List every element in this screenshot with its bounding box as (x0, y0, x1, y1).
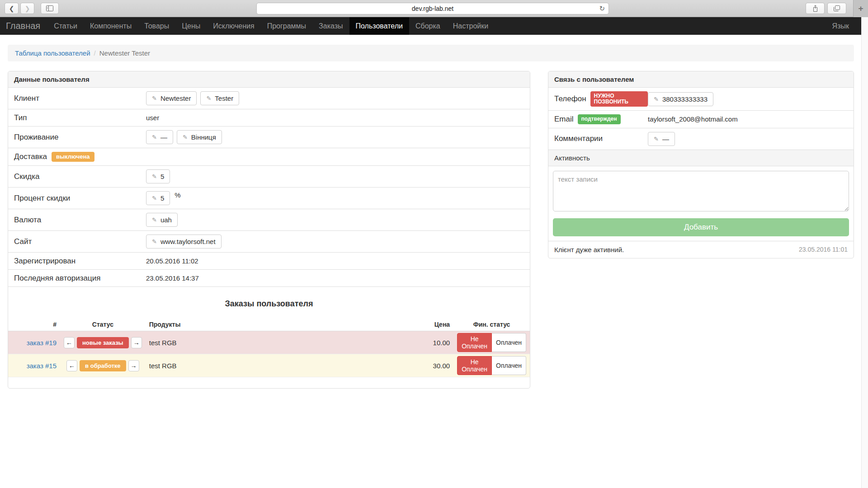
orders-header-products: Продукты (146, 318, 410, 331)
email-confirmed-badge: подтвержден (578, 114, 621, 124)
site-label: Сайт (14, 237, 146, 246)
contact-row-email: Email подтвержден taylorsoft_2008@hotmai… (548, 111, 854, 128)
orders-header-fin-status: Фин. статус (453, 318, 530, 331)
edit-comments-button[interactable]: ✎— (648, 132, 675, 146)
scrollbar[interactable] (861, 17, 868, 488)
order-row-19: заказ #19 ← новые заказы → test RGB 10.0… (8, 331, 530, 354)
activity-section-title: Активность (548, 150, 854, 166)
arrow-left-icon: ← (66, 339, 72, 346)
edit-first-name-button[interactable]: ✎Newtester (146, 91, 197, 105)
pencil-icon: ✎ (152, 173, 157, 180)
edit-discount-button[interactable]: ✎5 (146, 169, 170, 183)
order-15-unpaid-button[interactable]: Не Оплачен (457, 356, 492, 375)
back-icon: ❮ (9, 5, 14, 12)
site-value: www.taylorsoft.net (160, 238, 216, 245)
order-15-status-next-button[interactable]: → (128, 360, 139, 371)
field-row-currency: Валюта ✎uah (8, 209, 530, 231)
share-icon (812, 5, 818, 12)
phone-label: Телефон (554, 94, 586, 103)
nav-brand-home[interactable]: Главная (0, 17, 47, 35)
discount-label: Скидка (14, 172, 146, 181)
order-15-link[interactable]: заказ #15 (27, 362, 57, 370)
residence-label: Проживание (14, 133, 146, 142)
order-15-status-prev-button[interactable]: ← (66, 360, 77, 371)
browser-window: ❮ ❯ dev.rgb-lab.net ↻ + Главная Статьи К… (0, 0, 868, 488)
order-15-paid-button[interactable]: Оплачен (492, 356, 526, 375)
edit-site-button[interactable]: ✎www.taylorsoft.net (146, 235, 222, 249)
nav-item-exceptions[interactable]: Исключения (207, 17, 260, 35)
tab-overview-button[interactable] (827, 3, 846, 14)
region-value: — (160, 133, 167, 141)
orders-header-status: Статус (60, 318, 146, 331)
delivery-label: Доставка (14, 152, 47, 161)
page-content: Таблица пользователей/Newtester Tester Д… (0, 35, 868, 389)
new-tab-button[interactable]: + (853, 0, 868, 17)
browser-toolbar: ❮ ❯ dev.rgb-lab.net ↻ + (0, 0, 868, 17)
nav-item-prices[interactable]: Цены (175, 17, 207, 35)
discount-percent-label: Процент скидки (14, 194, 146, 203)
new-tab-icon: + (858, 4, 863, 14)
edit-currency-button[interactable]: ✎uah (146, 213, 178, 227)
edit-last-name-button[interactable]: ✎Tester (200, 91, 239, 105)
order-19-status-prev-button[interactable]: ← (64, 337, 75, 348)
comments-label: Комментарии (554, 134, 603, 143)
field-row-discount-percent: Процент скидки ✎5 % (8, 188, 530, 209)
edit-phone-button[interactable]: ✎380333333333 (648, 92, 713, 106)
nav-item-products[interactable]: Товары (138, 17, 175, 35)
sidebar-toggle-button[interactable] (41, 3, 59, 14)
last-auth-value: 23.05.2016 14:37 (146, 274, 199, 282)
edit-region-button[interactable]: ✎— (146, 130, 173, 144)
field-row-residence: Проживание ✎— ✎Вінниця (8, 127, 530, 148)
delivery-status-badge[interactable]: выключена (52, 152, 94, 162)
field-row-last-auth: Последняя авторизация 23.05.2016 14:37 (8, 270, 530, 287)
last-name-value: Tester (215, 94, 233, 102)
edit-discount-percent-button[interactable]: ✎5 (146, 191, 170, 205)
orders-header-row: # Статус Продукты Цена Фин. статус (8, 318, 530, 331)
order-15-price: 30.00 (410, 354, 453, 377)
percent-sign: % (175, 191, 180, 199)
breadcrumb-users-table-link[interactable]: Таблица пользователей (15, 49, 90, 57)
nav-item-build[interactable]: Сборка (409, 17, 447, 35)
nav-item-orders[interactable]: Заказы (312, 17, 349, 35)
arrow-right-icon: → (131, 362, 137, 369)
nav-item-articles[interactable]: Статьи (47, 17, 84, 35)
nav-item-language[interactable]: Язык (826, 17, 855, 35)
forward-button[interactable]: ❯ (20, 3, 34, 14)
pencil-icon: ✎ (206, 95, 211, 102)
discount-percent-value: 5 (160, 194, 164, 202)
add-activity-button[interactable]: Добавить (553, 218, 849, 236)
breadcrumb-separator: / (90, 49, 99, 57)
activity-note-input[interactable] (553, 171, 849, 211)
order-19-paid-button[interactable]: Оплачен (492, 333, 526, 352)
nav-spacer (495, 17, 826, 35)
field-row-type: Тип user (8, 109, 530, 127)
currency-value: uah (160, 216, 172, 224)
back-button[interactable]: ❮ (5, 3, 19, 14)
share-button[interactable] (806, 3, 825, 14)
nav-item-programs[interactable]: Программы (261, 17, 312, 35)
reload-icon[interactable]: ↻ (599, 5, 605, 13)
orders-section-title: Заказы пользователя (8, 299, 530, 309)
email-label: Email (554, 115, 574, 124)
user-data-panel-title: Данные пользователя (8, 71, 530, 88)
pencil-icon: ✎ (152, 195, 157, 202)
address-bar[interactable]: dev.rgb-lab.net ↻ (256, 3, 609, 14)
main-navbar: Главная Статьи Компоненты Товары Цены Ис… (0, 17, 868, 35)
nav-item-settings[interactable]: Настройки (447, 17, 495, 35)
user-data-panel: Данные пользователя Клиент ✎Newtester ✎T… (8, 71, 530, 389)
nav-item-users[interactable]: Пользователи (349, 17, 409, 35)
nav-item-components[interactable]: Компоненты (84, 17, 138, 35)
arrow-right-icon: → (133, 339, 140, 346)
edit-city-button[interactable]: ✎Вінниця (177, 130, 222, 144)
breadcrumb-current: Newtester Tester (99, 49, 150, 57)
city-value: Вінниця (191, 133, 216, 141)
order-19-link[interactable]: заказ #19 (27, 339, 57, 347)
pencil-icon: ✎ (152, 216, 157, 223)
order-19-unpaid-button[interactable]: Не Оплачен (457, 333, 492, 352)
order-19-status-next-button[interactable]: → (131, 337, 142, 348)
contact-row-phone: Телефон НУЖНО ПОЗВОНИТЬ ✎380333333333 (548, 88, 854, 111)
phone-call-needed-badge[interactable]: НУЖНО ПОЗВОНИТЬ (590, 91, 648, 107)
activity-form: Добавить (548, 166, 854, 241)
orders-header-price: Цена (410, 318, 453, 331)
pencil-icon: ✎ (183, 134, 188, 141)
